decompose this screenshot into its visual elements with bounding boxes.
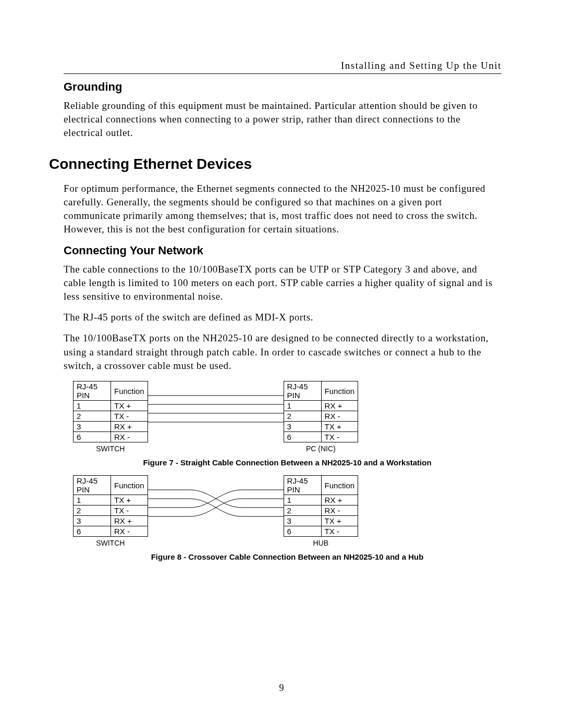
figure-7: RJ-45 PIN Function 1TX + 2TX - 3RX + 6RX… xyxy=(73,381,501,467)
table-row: 1TX + xyxy=(74,401,148,411)
figure-caption: Figure 7 - Straight Cable Connection Bet… xyxy=(73,458,501,467)
cell: 1 xyxy=(74,401,111,411)
cell: TX - xyxy=(321,526,358,537)
page-number: 9 xyxy=(0,683,563,694)
cell: 3 xyxy=(74,516,111,526)
straight-cable-icon xyxy=(148,381,284,428)
table-row: 3TX + xyxy=(284,422,358,432)
pin-table: RJ-45 PIN Function 1RX + 2RX - 3TX + 6TX… xyxy=(284,475,359,537)
pin-table-left: RJ-45 PIN Function 1TX + 2TX - 3RX + 6RX… xyxy=(73,475,148,547)
crossover-cable-icon xyxy=(148,475,284,522)
cell: TX - xyxy=(321,432,358,442)
table-sublabel: HUB xyxy=(284,539,359,547)
table-row: 2TX - xyxy=(74,505,148,516)
paragraph: The 10/100BaseTX ports on the NH2025-10 … xyxy=(64,331,501,373)
cell: 2 xyxy=(284,505,321,516)
cell: RX + xyxy=(321,495,358,505)
table-header-fn: Function xyxy=(321,381,358,401)
table-row: 1RX + xyxy=(284,495,358,505)
table-row: 6TX - xyxy=(284,432,358,442)
cell: 3 xyxy=(74,422,111,432)
pin-table-right: RJ-45 PIN Function 1RX + 2RX - 3TX + 6TX… xyxy=(284,381,359,453)
page: Installing and Setting Up the Unit Groun… xyxy=(0,0,563,728)
cell: TX - xyxy=(111,411,148,422)
heading-connecting-your-network: Connecting Your Network xyxy=(64,244,501,257)
table-header-fn: Function xyxy=(111,381,148,401)
cell: RX - xyxy=(321,505,358,516)
running-header: Installing and Setting Up the Unit xyxy=(64,60,501,74)
table-sublabel: SWITCH xyxy=(73,445,148,453)
pin-tables: RJ-45 PIN Function 1TX + 2TX - 3RX + 6RX… xyxy=(73,475,501,547)
cell: 1 xyxy=(74,495,111,505)
cell: TX + xyxy=(111,495,148,505)
table-header-pin: RJ-45 PIN xyxy=(284,381,321,401)
cell: TX + xyxy=(321,422,358,432)
cell: TX + xyxy=(111,401,148,411)
cell: 6 xyxy=(284,432,321,442)
table-sublabel: PC (NIC) xyxy=(284,445,359,453)
paragraph: For optimum performance, the Ethernet se… xyxy=(64,182,501,237)
pin-table-right: RJ-45 PIN Function 1RX + 2RX - 3TX + 6TX… xyxy=(284,475,359,547)
table-row: 2TX - xyxy=(74,411,148,422)
figure-caption: Figure 8 - Crossover Cable Connection Be… xyxy=(73,552,501,561)
table-row: RJ-45 PIN Function xyxy=(284,381,358,401)
table-header-pin: RJ-45 PIN xyxy=(74,381,111,401)
table-header-fn: Function xyxy=(321,476,358,495)
pin-table-left: RJ-45 PIN Function 1TX + 2TX - 3RX + 6RX… xyxy=(73,381,148,453)
pin-table: RJ-45 PIN Function 1TX + 2TX - 3RX + 6RX… xyxy=(73,475,148,537)
table-row: RJ-45 PIN Function xyxy=(74,476,148,495)
cell: 6 xyxy=(284,526,321,537)
cell: 3 xyxy=(284,516,321,526)
cell: 2 xyxy=(74,411,111,422)
cell: TX - xyxy=(111,505,148,516)
cell: 1 xyxy=(284,401,321,411)
cell: TX + xyxy=(321,516,358,526)
cell: RX + xyxy=(111,422,148,432)
cell: RX - xyxy=(321,411,358,422)
table-row: 3RX + xyxy=(74,422,148,432)
table-row: 6TX - xyxy=(284,526,358,537)
paragraph: Reliable grounding of this equipment mus… xyxy=(64,99,501,140)
table-row: 2RX - xyxy=(284,411,358,422)
table-header-fn: Function xyxy=(111,476,148,495)
cell: 3 xyxy=(284,422,321,432)
table-header-pin: RJ-45 PIN xyxy=(74,476,111,495)
cell: RX + xyxy=(111,516,148,526)
table-row: 3TX + xyxy=(284,516,358,526)
paragraph: The RJ-45 ports of the switch are define… xyxy=(64,311,501,324)
heading-grounding: Grounding xyxy=(64,80,501,94)
table-row: RJ-45 PIN Function xyxy=(74,381,148,401)
pin-table: RJ-45 PIN Function 1TX + 2TX - 3RX + 6RX… xyxy=(73,381,148,442)
table-header-pin: RJ-45 PIN xyxy=(284,476,321,495)
table-row: RJ-45 PIN Function xyxy=(284,476,358,495)
heading-connecting-ethernet-devices: Connecting Ethernet Devices xyxy=(49,156,501,172)
cell: 6 xyxy=(74,526,111,537)
figure-8: RJ-45 PIN Function 1TX + 2TX - 3RX + 6RX… xyxy=(73,475,501,561)
cell: 1 xyxy=(284,495,321,505)
table-row: 1RX + xyxy=(284,401,358,411)
cell: 6 xyxy=(74,432,111,442)
table-row: 3RX + xyxy=(74,516,148,526)
cell: RX + xyxy=(321,401,358,411)
paragraph: The cable connections to the 10/100BaseT… xyxy=(64,263,501,304)
pin-table: RJ-45 PIN Function 1RX + 2RX - 3TX + 6TX… xyxy=(284,381,359,442)
table-sublabel: SWITCH xyxy=(73,539,148,547)
pin-tables: RJ-45 PIN Function 1TX + 2TX - 3RX + 6RX… xyxy=(73,381,501,453)
table-row: 1TX + xyxy=(74,495,148,505)
cell: 2 xyxy=(284,411,321,422)
cell: RX - xyxy=(111,526,148,537)
table-row: 6RX - xyxy=(74,432,148,442)
cell: RX - xyxy=(111,432,148,442)
table-row: 6RX - xyxy=(74,526,148,537)
cell: 2 xyxy=(74,505,111,516)
table-row: 2RX - xyxy=(284,505,358,516)
